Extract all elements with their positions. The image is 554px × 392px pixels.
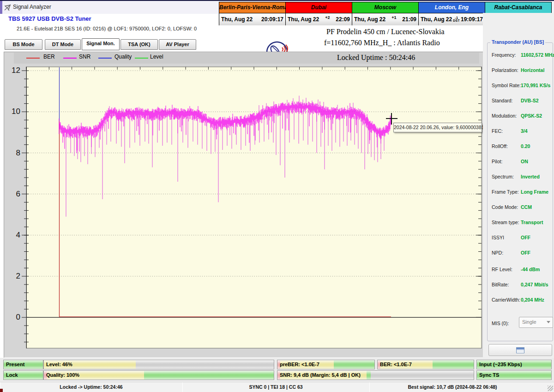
transponder-field-label: CarrierWidth: xyxy=(492,297,520,303)
transponder-field-label: Spectrum: xyxy=(492,174,514,179)
tab-av-player[interactable]: AV Player xyxy=(159,39,196,50)
locked-uptime-text: Locked Uptime : 50:24:46 xyxy=(337,53,415,62)
transponder-field-label: Frame Type: xyxy=(492,189,519,195)
transponder-field-value: Inverted xyxy=(521,174,540,179)
preber-meter-label: preBER: <1.0E-7 xyxy=(280,360,319,369)
clock-offset: +2 xyxy=(325,15,330,20)
transponder-field-value: DVB-S2 xyxy=(521,98,539,103)
chevron-down-icon xyxy=(547,321,550,323)
ber-meter: BER: <1.0E-7 xyxy=(377,360,474,369)
clock-time-cell: Thu, Aug 22+121:09 xyxy=(352,13,418,25)
transponder-field-value: 11602,572 MHz xyxy=(521,52,554,58)
tab-signal-mon-[interactable]: Signal Mon. xyxy=(82,38,120,50)
resize-grip[interactable] xyxy=(548,386,553,391)
clock-time-cell: Thu, Aug 2220:09:17 xyxy=(219,13,285,25)
snr-legend-label: SNR xyxy=(79,53,90,60)
transponder-field-label: Polarization: xyxy=(492,67,518,73)
transponder-field-value: OFF xyxy=(521,235,530,240)
transponder-field-label: Code Mode: xyxy=(492,204,518,210)
value-tooltip: 2024-08-22 20.06.26, value: 9,6000003814… xyxy=(393,123,482,132)
transponder-field-label: RF Level: xyxy=(492,267,512,272)
clock-city: London, Eng xyxy=(419,2,485,13)
transponder-field-label: NPD: xyxy=(492,250,503,255)
transponder-field-label: Standard: xyxy=(492,98,513,103)
transponder-field-label: Stream type: xyxy=(492,220,519,225)
tab-bs-mode[interactable]: BS Mode xyxy=(5,39,42,50)
present-label: Present xyxy=(6,360,24,369)
level-meter: Level: 46% xyxy=(43,360,274,369)
syncts-indicator: Sync TS xyxy=(476,370,552,380)
transponder-field-value: CCM xyxy=(521,204,532,210)
clock-time-cell: Thu, Aug 22-1DST19:09:17 xyxy=(419,13,485,25)
clock-offset: -1DST xyxy=(453,17,460,22)
transponder-field-value: Transport xyxy=(521,220,543,225)
uptime-status: Locked -> Uptime: 50:24:46 xyxy=(0,382,182,392)
clock-time: 19:09:17 xyxy=(461,16,483,23)
level-legend-swatch xyxy=(135,58,148,59)
present-indicator: Present xyxy=(3,360,43,369)
transponder-field-label: RollOff: xyxy=(492,143,508,149)
ber-legend-label: BER xyxy=(43,53,55,60)
syncts-label: Sync TS xyxy=(479,371,499,380)
transponder-field-label: Frequency: xyxy=(492,52,516,58)
lock-indicator: Lock xyxy=(3,370,43,380)
transponder-field-label: Symbol Rate: xyxy=(492,83,521,88)
tab-tsa-ok-[interactable]: TSA (OK) xyxy=(120,39,158,50)
tuner-name: TBS 5927 USB DVB-S2 Tuner xyxy=(8,15,91,22)
signal-analyzer-window: Signal Analyzer Berlin-Paris-Vienna-Roma… xyxy=(0,0,554,392)
transponder-field-label: Pilot: xyxy=(492,159,502,164)
window-title: Signal Analyzer xyxy=(13,4,51,10)
clock-city: Berlin-Paris-Vienna-Roma xyxy=(219,2,285,13)
quality-legend-swatch xyxy=(98,58,112,59)
frequency-title: f=11602,760 MHz_H_ : Atlantis Radio xyxy=(324,39,440,47)
clock-offset: +1 xyxy=(391,15,396,20)
clock-city: Rabat-Casablanca xyxy=(485,2,551,13)
chart-legend: Locked Uptime : 50:24:46 BERSNRQualityLe… xyxy=(14,53,479,64)
clock-city: Moscow xyxy=(352,2,418,13)
input-indicator: Input (~235 Kbps) xyxy=(476,360,552,369)
statusbar-center-segment: SYNC 0 | TEI 18 | CC 63 xyxy=(182,382,370,392)
transponder-field-value: Long Frame xyxy=(521,189,548,195)
site-title: PF Prodelin 450 cm / Lucenec-Slovakia xyxy=(326,28,445,36)
desktop-corner-pixel xyxy=(0,389,3,392)
statusbar-left-segment: Locked -> Uptime: 50:24:46 xyxy=(0,382,183,392)
transponder-field-label: Modulation: xyxy=(492,113,517,119)
transponder-field-value: ON xyxy=(521,159,528,164)
clock-date: Thu, Aug 22 xyxy=(421,16,452,23)
window-edge-accent xyxy=(0,1,2,14)
signal-plot[interactable] xyxy=(18,65,485,351)
mis-selected-value: Single xyxy=(522,319,536,325)
preber-meter: preBER: <1.0E-7 xyxy=(277,360,375,369)
level-legend-label: Level xyxy=(150,53,163,60)
best-signal-status: Best signal: 10,7 dB (2024-08-22 06:48) xyxy=(369,382,536,392)
app-dish-icon xyxy=(4,4,12,11)
clock-time: 21:09 xyxy=(402,16,416,23)
clock-date: Thu, Aug 22 xyxy=(288,16,319,23)
clock-time-cell: Thu, Aug 22+222:09 xyxy=(286,13,352,25)
clock-date: Thu, Aug 22 xyxy=(221,16,253,23)
lock-label: Lock xyxy=(6,371,18,380)
clock-date: Thu, Aug 22 xyxy=(354,16,385,23)
transponder-field-value: 0,247 Mbit/s xyxy=(521,282,548,287)
panel-action-button[interactable] xyxy=(488,344,552,356)
snr-legend-swatch xyxy=(63,58,77,59)
transponder-field-label: ISSYI xyxy=(492,235,504,240)
transponder-field-value: Horizontal xyxy=(521,67,544,73)
crosshair-v xyxy=(391,113,392,125)
quality-legend-label: Quality xyxy=(114,53,132,60)
snr-meter: SNR: 9,4 dB (Margin: 5,4 dB | OK) xyxy=(277,370,474,380)
quality-meter-label: Quality: 100% xyxy=(46,371,79,380)
transponder-field-label: FEC: xyxy=(492,128,503,134)
transponder-title: Transponder (AU) [BS] xyxy=(490,39,545,45)
input-label: Input (~235 Kbps) xyxy=(479,360,522,369)
table-icon xyxy=(516,347,524,353)
transponder-field-value: QPSK-S2 xyxy=(521,113,542,119)
transponder-field-label: BitRate: xyxy=(492,282,509,287)
tuner-details: 21.6E - Eutelsat 21B SES 16 (ID: 0216) @… xyxy=(17,26,197,31)
ber-legend-swatch xyxy=(26,58,40,59)
tab-dt-mode[interactable]: DT Mode xyxy=(45,39,81,50)
transponder-groupbox: Transponder (AU) [BS] Frequency:11602,57… xyxy=(487,42,553,341)
level-meter-label: Level: 46% xyxy=(46,360,72,369)
transponder-field-value: 0,204 MHz xyxy=(521,297,544,303)
mis-select[interactable]: Single xyxy=(519,317,553,328)
